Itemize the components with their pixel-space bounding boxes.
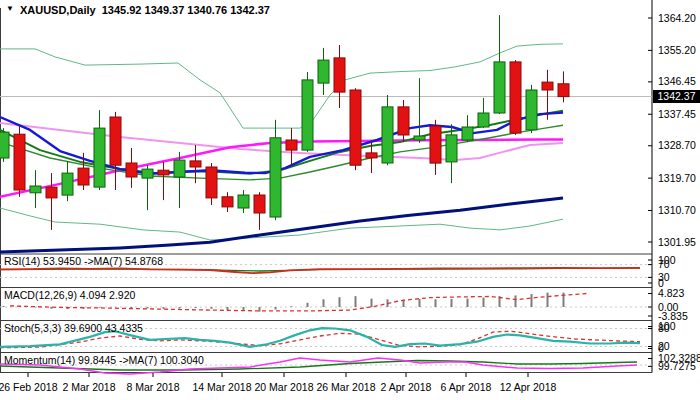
- panel-label-stoch: Stoch(5,3,3) 39.6900 43.4335: [4, 322, 143, 334]
- candle-6-Apr: [462, 127, 473, 140]
- candle-12-Mar: [174, 160, 185, 177]
- candle-5-Mar: [94, 128, 105, 187]
- candle-3-Apr: [414, 136, 425, 140]
- candle-19-Mar: [254, 195, 265, 213]
- current-price-tag: 1342.37: [653, 90, 700, 103]
- candle-4-Apr: [430, 126, 441, 163]
- candle-11-Apr: [510, 62, 521, 133]
- candle-2-Apr: [398, 107, 409, 135]
- symbol-dropdown-icon[interactable]: ▼: [6, 5, 14, 13]
- candle-2-Mar: [78, 168, 89, 185]
- candle-20-Mar: [270, 138, 281, 217]
- candle-9-Mar: [158, 170, 169, 175]
- candle-28-Feb: [46, 187, 57, 198]
- trading-chart-window: 1364.201355.201346.451337.451328.701319.…: [0, 0, 700, 400]
- candle-9-Apr: [478, 113, 489, 127]
- time-axis[interactable]: [0, 373, 652, 400]
- chart-background: [0, 0, 700, 400]
- candle-7-Mar: [126, 163, 137, 177]
- candle-8-Mar: [142, 169, 153, 178]
- candle-1-Mar: [62, 173, 73, 195]
- candle-16-Mar: [238, 195, 249, 208]
- candle-23-Mar: [318, 60, 329, 83]
- candle-13-Apr: [542, 82, 553, 90]
- panel-label-rsi: RSI(14) 53.9450 ->MA(7) 54.8768: [4, 255, 163, 267]
- panel-label-momentum: Momentum(14) 99.8445 ->MA(7) 100.3040: [4, 354, 204, 366]
- candle-22-Mar: [302, 80, 313, 150]
- candle-10-Apr: [494, 62, 505, 113]
- candle-23-Feb: [0, 132, 9, 158]
- candle-27-Mar: [350, 90, 361, 165]
- ohlc-values: 1345.92 1349.37 1340.76 1342.37: [102, 4, 270, 16]
- candle-13-Mar: [190, 161, 201, 167]
- panel-label-macd: MACD(12,26,9) 4.094 2.920: [4, 289, 135, 301]
- candle-14-Mar: [206, 167, 217, 198]
- candle-6-Mar: [110, 117, 121, 165]
- candle-21-Mar: [286, 140, 297, 150]
- candle-12-Apr: [526, 90, 537, 130]
- candle-15-Mar: [222, 197, 233, 207]
- price-axis[interactable]: [653, 0, 700, 373]
- symbol-period-label: XAUUSD,Daily: [20, 4, 96, 16]
- candle-26-Mar: [334, 58, 345, 92]
- candle-28-Mar: [366, 153, 377, 158]
- chart-title: ▼ XAUUSD,Daily 1345.92 1349.37 1340.76 1…: [6, 4, 270, 16]
- candle-27-Feb: [30, 186, 41, 193]
- candle-29-Mar: [382, 107, 393, 163]
- chart-canvas[interactable]: 1364.201355.201346.451337.451328.701319.…: [0, 0, 700, 400]
- candle-16-Apr: [558, 84, 569, 97]
- candle-26-Feb: [14, 134, 25, 190]
- candle-5-Apr: [446, 135, 457, 162]
